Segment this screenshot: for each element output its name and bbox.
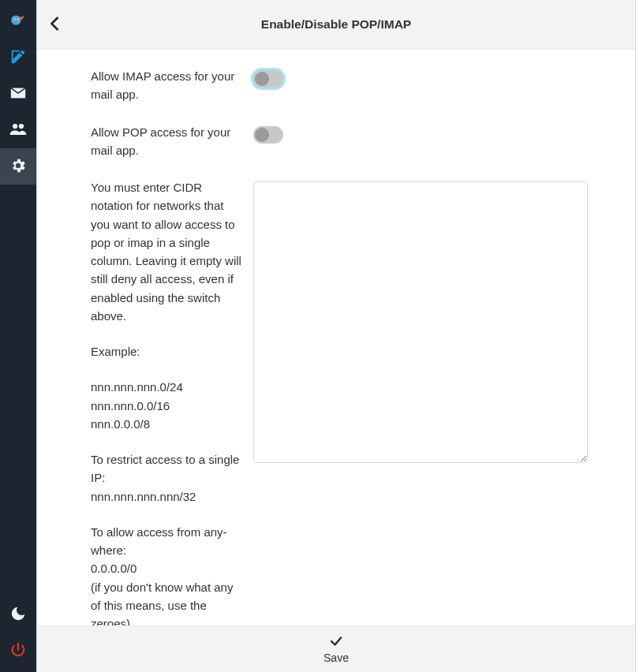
- sidebar: [0, 0, 36, 672]
- sidebar-item-mail[interactable]: [0, 76, 36, 112]
- gear-icon: [9, 157, 27, 177]
- row-cidr: You must enter CIDR notation for network…: [91, 178, 588, 625]
- svg-point-0: [11, 15, 21, 24]
- mail-icon: [9, 84, 27, 104]
- cidr-help: You must enter CIDR notation for network…: [91, 178, 253, 625]
- row-pop: Allow POP access for your mail app.: [91, 123, 588, 160]
- page-title: Enable/Disable POP/IMAP: [37, 17, 635, 32]
- sidebar-item-settings[interactable]: [0, 148, 36, 185]
- back-button[interactable]: [37, 0, 73, 50]
- cidr-help-anywhere: To allow access from any­where: 0.0.0.0/…: [91, 523, 245, 625]
- brand-icon: [7, 10, 29, 32]
- compose-icon: [9, 48, 27, 68]
- svg-point-4: [17, 19, 18, 20]
- pop-toggle[interactable]: [253, 126, 283, 144]
- svg-point-3: [14, 19, 15, 20]
- save-label: Save: [324, 651, 349, 664]
- cidr-help-examples: nnn.nnn.nnn.0/24 nnn.nnn.0.0/16 nnn.0.0.…: [91, 378, 245, 433]
- cidr-help-intro: You must enter CIDR notation for network…: [91, 178, 245, 325]
- main-panel: Enable/Disable POP/IMAP Allow IMAP acces…: [36, 0, 636, 672]
- chevron-left-icon: [47, 15, 64, 35]
- sidebar-item-users[interactable]: [0, 112, 36, 148]
- imap-label: Allow IMAP access for your mail app.: [91, 67, 253, 104]
- imap-toggle[interactable]: [253, 70, 283, 88]
- users-icon: [9, 121, 27, 140]
- check-icon: [328, 634, 344, 651]
- svg-point-6: [19, 123, 24, 128]
- sidebar-item-compose[interactable]: [0, 39, 36, 76]
- sidebar-item-brand[interactable]: [0, 3, 36, 39]
- cidr-help-example-label: Example:: [91, 342, 245, 360]
- sidebar-item-darkmode[interactable]: [0, 596, 36, 633]
- cidr-input[interactable]: [253, 181, 588, 463]
- save-button[interactable]: Save: [37, 625, 635, 672]
- sidebar-item-power[interactable]: [0, 633, 36, 669]
- cidr-help-single-ip: To restrict access to a single IP: nnn.n…: [91, 450, 245, 506]
- svg-point-5: [13, 123, 17, 128]
- row-imap: Allow IMAP access for your mail app.: [91, 67, 588, 104]
- moon-icon: [9, 605, 27, 625]
- power-icon: [9, 641, 27, 661]
- content: Allow IMAP access for your mail app. All…: [37, 50, 635, 625]
- header: Enable/Disable POP/IMAP: [37, 0, 635, 50]
- pop-label: Allow POP access for your mail app.: [91, 123, 253, 160]
